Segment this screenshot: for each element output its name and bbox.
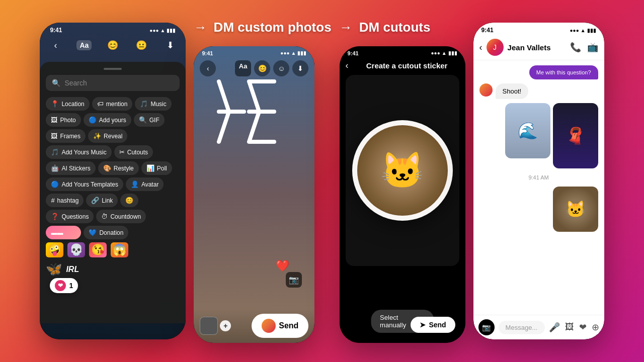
mic-icon[interactable]: 🎤: [549, 322, 560, 333]
sticker-omg[interactable]: 😱: [111, 242, 128, 257]
photo-card-2: 🧣: [553, 103, 598, 168]
right-center-column: → DM cutouts 9:41 ●●● ▲ ▮▮▮ ‹ Create a c…: [340, 20, 465, 343]
sticker-poll[interactable]: 📊 Poll: [141, 161, 172, 175]
phone2-time: 9:41: [202, 50, 213, 56]
sticker-kisses[interactable]: 😘: [89, 242, 107, 257]
phone3-back-btn[interactable]: ‹: [346, 60, 349, 71]
photo-label: Photo: [60, 117, 75, 124]
phone4-wifi: ▲: [581, 28, 586, 33]
msg-shoot-text: Shoot!: [503, 87, 522, 95]
sticker-add-yours-music[interactable]: 🎵 Add Yours Music: [46, 145, 111, 159]
phone2-face-btn[interactable]: ☺: [273, 60, 289, 76]
video-call-icon[interactable]: 📺: [587, 42, 598, 53]
ai-icon: 🤖: [51, 164, 59, 172]
phone2-aa-btn[interactable]: Aa: [235, 60, 252, 76]
sticker-location[interactable]: 📍 Location: [46, 97, 89, 111]
sticker-mention[interactable]: 🏷 mention: [92, 97, 133, 111]
camera-float[interactable]: 📷: [286, 272, 302, 288]
like-count: 1: [69, 282, 73, 290]
phone2-download-btn[interactable]: ⬇: [292, 60, 308, 76]
send-button-phone2[interactable]: Send: [252, 314, 308, 338]
text-style-btn[interactable]: Aa: [76, 40, 92, 50]
cat-cutout-thumb: 🐱: [553, 187, 598, 232]
link-icon: 🔗: [91, 197, 99, 204]
input-action-btns: 🎤 🖼 ❤ ⊕: [549, 322, 599, 333]
sticker-emoji-reaction[interactable]: 😊: [120, 194, 138, 207]
sticker-frames[interactable]: 🖼 Frames: [46, 129, 86, 143]
phone4-status-icons: ●●● ▲ ▮▮▮: [570, 28, 596, 33]
send-label: Send: [279, 321, 298, 330]
ai-label: AI Stickers: [61, 165, 90, 172]
countdown-label: Countdown: [110, 213, 141, 220]
reveal-label: Reveal: [104, 133, 122, 140]
message-input[interactable]: Message...: [499, 321, 545, 334]
like-heart-icon: ❤: [55, 280, 66, 291]
sticker-yike[interactable]: 🤪: [46, 242, 63, 257]
questions-icon: ❓: [51, 213, 59, 220]
arrow-icon-2: →: [340, 20, 353, 35]
chat-back-btn[interactable]: ‹: [479, 42, 482, 53]
sticker-questions[interactable]: ❓ Questions: [46, 210, 94, 223]
sticker-add-yours-templates[interactable]: 🔵 Add Yours Templates: [46, 177, 123, 191]
sticker-gif[interactable]: 🔍 GIF: [134, 113, 165, 127]
sticker-emoji-tray: 🤪 💀 😘 😱: [46, 242, 180, 257]
sticker-donation[interactable]: 💙 Donation: [84, 226, 128, 239]
sticker-mystery[interactable]: ▬▬: [46, 226, 81, 239]
photo-collage: 🌊 🧣: [479, 103, 598, 168]
phone2-battery: ▮▮▮: [297, 50, 306, 56]
phone1-column: 9:41 ●●● ▲ ▮▮▮ ‹ Aa 😊 😐 ⬇: [40, 23, 186, 339]
sticker-countdown[interactable]: ⏱ Countdown: [96, 210, 146, 223]
phone2-back-btn[interactable]: ‹: [200, 60, 216, 76]
sticker-icon[interactable]: 😊: [105, 38, 120, 53]
plus-input-icon[interactable]: ⊕: [592, 322, 599, 333]
sticker-input-icon[interactable]: ❤: [579, 322, 587, 333]
gallery-icon[interactable]: 🖼: [565, 322, 574, 333]
sticker-row-7: # hashtag 🔗 Link 😊: [46, 194, 180, 207]
sticker-avatar[interactable]: 👤 Avatar: [126, 177, 164, 191]
add-yours-music-label: Add Yours Music: [61, 149, 106, 156]
sticker-link[interactable]: 🔗 Link: [86, 194, 118, 207]
sticker-add-yours[interactable]: 🔵 Add yours: [84, 113, 131, 127]
mystery-bar-icon: ▬▬: [51, 229, 63, 236]
story-thumbnail[interactable]: [200, 317, 218, 335]
templates-icon: 🔵: [51, 180, 59, 188]
phone2-status-bar: 9:41 ●●● ▲ ▮▮▮: [194, 46, 314, 58]
sticker-reveal[interactable]: ✨ Reveal: [88, 129, 127, 143]
face-icon[interactable]: 😐: [134, 38, 149, 53]
like-badge[interactable]: ❤ 1: [50, 278, 78, 293]
heart-float: ❤️: [276, 259, 289, 273]
sticker-ai[interactable]: 🤖 AI Stickers: [46, 161, 95, 175]
main-container: 9:41 ●●● ▲ ▮▮▮ ‹ Aa 😊 😐 ⬇: [0, 0, 644, 362]
sticker-music[interactable]: 🎵 Music: [135, 97, 171, 111]
photo-card-1: 🌊: [505, 103, 550, 158]
message-placeholder: Message...: [506, 324, 538, 331]
phone2-bg: [194, 46, 314, 343]
timestamp-text: 9:41 AM: [528, 174, 548, 180]
phone2-sticker-btn[interactable]: 😊: [254, 60, 270, 76]
add-story-btn[interactable]: +: [220, 320, 231, 331]
sticker-hashtag[interactable]: # hashtag: [46, 194, 84, 207]
center-column: → DM custom photos 9:41 ●●● ▲ ▮▮▮: [194, 20, 331, 343]
phone-call-icon[interactable]: 📞: [570, 42, 581, 53]
mention-label: mention: [106, 101, 128, 108]
contact-name: Jean Vallets: [508, 43, 566, 52]
sticker-cutouts[interactable]: ✂ Cutouts: [114, 145, 153, 159]
frames-icon: 🖼: [51, 132, 57, 140]
search-bar[interactable]: 🔍 Search: [46, 75, 180, 91]
sticker-dead[interactable]: 💀: [67, 242, 85, 257]
location-icon: 📍: [51, 100, 59, 108]
camera-btn[interactable]: 📷: [478, 319, 495, 335]
back-chevron-icon[interactable]: ‹: [48, 38, 63, 53]
poll-label: Poll: [157, 165, 167, 172]
sticker-photo[interactable]: 🖼 Photo: [46, 113, 80, 127]
reveal-icon: ✨: [93, 132, 101, 140]
cutouts-icon: ✂: [119, 148, 125, 156]
add-yours-icon: 🔵: [89, 116, 97, 124]
search-icon: 🔍: [52, 79, 60, 87]
download-icon[interactable]: ⬇: [163, 38, 178, 53]
sticker-restyle[interactable]: 🎨 Restyle: [98, 161, 139, 175]
send-button-phone3[interactable]: ➤ Send: [411, 317, 455, 333]
music-icon: 🎵: [140, 100, 148, 108]
send-label-3: Send: [429, 321, 446, 329]
phone2-story-area: +: [200, 317, 231, 335]
